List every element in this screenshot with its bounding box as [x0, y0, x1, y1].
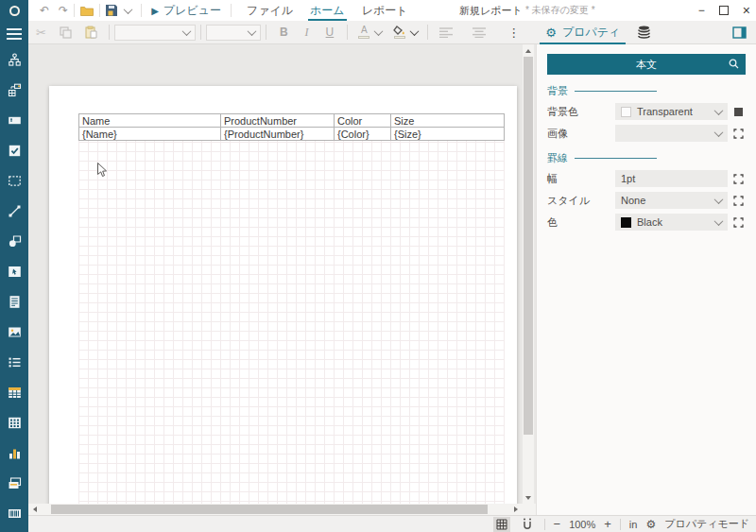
- units-indicator[interactable]: in: [629, 519, 638, 530]
- border-style-select[interactable]: None: [615, 192, 728, 209]
- background-color-select[interactable]: Transparent: [615, 103, 728, 120]
- font-color-chevron-icon[interactable]: [374, 26, 384, 36]
- font-color-button[interactable]: A: [358, 26, 369, 39]
- chart-icon[interactable]: [8, 446, 22, 460]
- image-icon[interactable]: [8, 325, 22, 339]
- border-style-expand-button[interactable]: [728, 196, 748, 206]
- barcode-icon[interactable]: [8, 506, 22, 521]
- design-grid[interactable]: Name ProductNumber Color Size {Name} {Pr…: [78, 113, 505, 506]
- image-select[interactable]: [615, 125, 728, 142]
- line-icon[interactable]: [8, 204, 22, 218]
- detail-cell[interactable]: {Name}: [79, 128, 221, 141]
- richtext-icon[interactable]: [8, 295, 22, 309]
- data-source-icon[interactable]: [637, 26, 651, 39]
- container-icon[interactable]: [8, 174, 22, 188]
- divider: [544, 519, 545, 530]
- scroll-up-icon[interactable]: [525, 49, 531, 53]
- font-family-select[interactable]: [114, 25, 196, 41]
- textbox-icon[interactable]: [8, 113, 22, 128]
- sitemap-icon[interactable]: [8, 53, 22, 67]
- save-icon[interactable]: [106, 5, 117, 16]
- vertical-scroll-thumb[interactable]: [524, 57, 533, 435]
- zoom-in-button[interactable]: +: [604, 518, 611, 531]
- divider: [575, 158, 657, 159]
- report-designer-window: ↶ ↷ ▶ プレビュー ファイル ホーム レポート 新規レポート * 未保存の変…: [0, 0, 756, 532]
- zoom-level[interactable]: 100%: [569, 519, 595, 530]
- report-table[interactable]: Name ProductNumber Color Size {Name} {Pr…: [78, 113, 505, 141]
- vertical-scrollbar[interactable]: [523, 44, 534, 504]
- horizontal-scroll-thumb[interactable]: [51, 505, 488, 514]
- shape-icon[interactable]: [8, 234, 22, 249]
- table-header-row[interactable]: Name ProductNumber Color Size: [79, 114, 505, 128]
- expand-icon: [733, 196, 744, 206]
- checkbox-icon[interactable]: [8, 144, 22, 158]
- header-cell[interactable]: ProductNumber: [221, 114, 335, 128]
- subreport-icon[interactable]: [8, 476, 22, 490]
- border-color-expand-button[interactable]: [728, 217, 748, 228]
- copy-icon[interactable]: [60, 26, 72, 39]
- align-left-icon[interactable]: [439, 27, 453, 38]
- redo-icon[interactable]: ↷: [59, 0, 68, 21]
- tab-file[interactable]: ファイル: [243, 0, 297, 21]
- cut-icon[interactable]: ✂: [36, 26, 46, 40]
- tab-report[interactable]: レポート: [358, 0, 412, 21]
- input-cursor-icon[interactable]: [8, 265, 22, 279]
- play-icon: ▶: [151, 6, 159, 16]
- properties-panel-tab[interactable]: ⚙ プロパティ: [534, 21, 631, 44]
- property-mode-label[interactable]: プロパティモード: [664, 517, 749, 531]
- tablix-icon[interactable]: [8, 416, 22, 430]
- scroll-right-icon[interactable]: [514, 506, 518, 512]
- save-dropdown-chevron-icon[interactable]: [124, 5, 133, 14]
- fill-color-chevron-icon[interactable]: [410, 26, 420, 36]
- detail-cell[interactable]: {Size}: [391, 128, 505, 141]
- preview-button[interactable]: ▶ プレビュー: [151, 3, 221, 19]
- border-color-select[interactable]: Black: [615, 214, 728, 231]
- font-size-select[interactable]: [206, 25, 261, 41]
- divider: [109, 25, 110, 40]
- table-detail-row[interactable]: {Name} {ProductNumber} {Color} {Size}: [79, 128, 505, 141]
- align-center-icon[interactable]: [472, 27, 486, 38]
- more-options-icon[interactable]: ⋮: [507, 26, 520, 40]
- fill-color-button[interactable]: [393, 26, 405, 39]
- font-color-swatch: [358, 36, 369, 39]
- bold-button[interactable]: B: [280, 26, 288, 39]
- snap-toggle-button[interactable]: [519, 517, 536, 532]
- paste-icon[interactable]: [85, 26, 97, 39]
- design-canvas[interactable]: Name ProductNumber Color Size {Name} {Pr…: [28, 44, 536, 515]
- search-icon[interactable]: [729, 59, 739, 71]
- element-selector[interactable]: 本文: [547, 54, 746, 75]
- zoom-out-button[interactable]: −: [554, 518, 561, 531]
- grid-icon: [496, 519, 507, 530]
- gear-icon[interactable]: ⚙: [645, 518, 656, 531]
- scroll-down-icon[interactable]: [525, 496, 531, 500]
- horizontal-scrollbar[interactable]: [28, 504, 523, 515]
- border-width-input[interactable]: 1pt: [615, 170, 728, 187]
- header-cell[interactable]: Color: [335, 114, 391, 128]
- header-cell[interactable]: Name: [79, 114, 221, 128]
- toggle-panel-icon[interactable]: [732, 26, 747, 39]
- report-parts-icon[interactable]: [8, 83, 22, 97]
- chevron-down-icon: [714, 106, 724, 115]
- menu-icon[interactable]: [7, 28, 22, 40]
- report-page[interactable]: Name ProductNumber Color Size {Name} {Pr…: [49, 86, 517, 506]
- undo-icon[interactable]: ↶: [40, 0, 49, 21]
- square-icon: [734, 108, 743, 116]
- image-expand-button[interactable]: [728, 129, 748, 139]
- minimize-button[interactable]: −: [698, 5, 705, 16]
- background-color-detail-button[interactable]: [728, 108, 748, 116]
- header-cell[interactable]: Size: [391, 114, 505, 128]
- close-button[interactable]: ×: [743, 5, 750, 16]
- detail-cell[interactable]: {Color}: [335, 128, 391, 141]
- border-width-expand-button[interactable]: [728, 174, 748, 184]
- maximize-button[interactable]: [719, 6, 729, 15]
- scroll-left-icon[interactable]: [33, 506, 37, 512]
- grid-toggle-button[interactable]: [493, 517, 510, 532]
- tab-home[interactable]: ホーム: [306, 0, 349, 21]
- list-icon[interactable]: [8, 355, 22, 369]
- italic-button[interactable]: I: [305, 26, 309, 40]
- underline-button[interactable]: U: [326, 26, 335, 39]
- table-icon[interactable]: [8, 386, 22, 400]
- prop-row-border-color: 色 Black: [547, 214, 748, 231]
- detail-cell[interactable]: {ProductNumber}: [221, 128, 335, 141]
- open-folder-icon[interactable]: [80, 6, 94, 16]
